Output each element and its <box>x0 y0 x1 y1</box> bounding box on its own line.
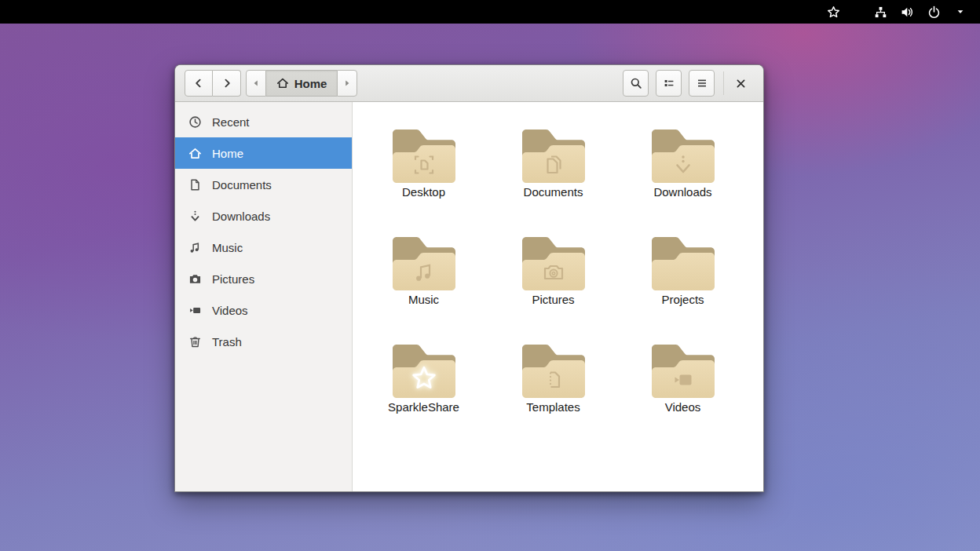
sidebar-item-documents[interactable]: Documents <box>175 169 352 200</box>
tan-folder-glyph <box>389 122 459 184</box>
folder-icon <box>519 337 588 400</box>
path-scroll-left-button[interactable] <box>246 70 266 97</box>
videos-icon <box>188 304 202 317</box>
volume-icon[interactable] <box>895 0 919 24</box>
tan-folder-glyph <box>649 229 718 292</box>
view-list-button[interactable] <box>656 70 682 97</box>
back-button[interactable] <box>185 70 213 97</box>
titlebar-actions <box>616 70 754 97</box>
forward-icon <box>221 77 233 89</box>
folder-label: Music <box>408 293 439 306</box>
sidebar-item-downloads[interactable]: Downloads <box>175 200 352 232</box>
volume-glyph <box>901 5 914 19</box>
triangle-left-icon <box>250 77 262 89</box>
sidebar-item-home[interactable]: Home <box>175 137 352 169</box>
sidebar-item-recent[interactable]: Recent <box>175 106 352 137</box>
tan-folder-glyph <box>519 337 588 400</box>
folder-pictures[interactable]: Pictures <box>488 229 618 337</box>
sidebar-item-label: Music <box>212 241 243 254</box>
folder-label: Templates <box>526 400 580 414</box>
tan-folder-glyph <box>649 337 718 400</box>
forward-button[interactable] <box>213 70 241 97</box>
folder-icon <box>389 122 459 184</box>
folder-icon <box>519 122 588 184</box>
close-button[interactable] <box>727 70 754 97</box>
sidebar-item-label: Videos <box>212 304 248 317</box>
menu-chevron-glyph <box>956 7 965 16</box>
downloads-icon <box>188 210 202 223</box>
folder-downloads[interactable]: Downloads <box>618 122 748 229</box>
sidebar-item-label: Documents <box>212 178 272 192</box>
pictures-icon <box>188 272 202 286</box>
places-sidebar: RecentHomeDocumentsDownloadsMusicPicture… <box>175 102 353 491</box>
menu-chevron-icon[interactable] <box>949 0 972 24</box>
menu-button[interactable] <box>689 70 715 97</box>
file-manager-window: Home RecentHomeDocumentsDownloadsMusicPi… <box>174 64 764 492</box>
favorites-star-glyph <box>827 5 840 19</box>
folder-label: SparkleShare <box>388 400 459 414</box>
close-icon <box>735 78 747 89</box>
sidebar-item-label: Home <box>212 147 243 160</box>
sidebar-item-label: Downloads <box>212 210 270 223</box>
tan-folder-glyph <box>519 122 588 184</box>
network-workgroup-glyph <box>874 5 887 19</box>
sidebar-item-label: Pictures <box>212 272 254 286</box>
path-scroll-right-button[interactable] <box>337 70 357 97</box>
folder-icon <box>389 229 459 292</box>
recent-icon <box>188 115 202 129</box>
home-icon <box>188 147 202 160</box>
tan-folder-glyph <box>389 229 459 292</box>
power-icon[interactable] <box>922 0 945 24</box>
folder-icon <box>649 122 718 184</box>
folder-projects[interactable]: Projects <box>618 229 748 337</box>
path-bar: Home <box>246 70 357 97</box>
folder-label: Projects <box>661 293 704 306</box>
search-button[interactable] <box>623 70 649 97</box>
search-icon <box>630 77 642 89</box>
titlebar-separator <box>723 71 724 95</box>
sidebar-item-pictures[interactable]: Pictures <box>175 263 352 294</box>
triangle-right-icon <box>341 77 353 89</box>
file-grid: DesktopDocumentsDownloadsMusicPicturesPr… <box>353 102 763 491</box>
sidebar-item-trash[interactable]: Trash <box>175 326 352 357</box>
folder-templates[interactable]: Templates <box>488 337 618 444</box>
sidebar-item-label: Recent <box>212 115 250 129</box>
folder-desktop[interactable]: Desktop <box>359 122 488 229</box>
folder-label: Pictures <box>532 293 574 306</box>
path-current-label: Home <box>294 77 327 90</box>
folder-icon <box>649 337 718 400</box>
trash-icon <box>188 335 202 348</box>
folder-music[interactable]: Music <box>359 229 488 337</box>
folder-sparkleshare[interactable]: SparkleShare <box>359 337 488 444</box>
view-list-icon <box>663 77 675 89</box>
path-home-button[interactable]: Home <box>266 70 337 97</box>
tan-folder-glyph <box>649 122 718 184</box>
folder-icon <box>519 229 588 292</box>
folder-icon <box>389 337 459 400</box>
window-body: RecentHomeDocumentsDownloadsMusicPicture… <box>175 102 763 491</box>
sidebar-item-music[interactable]: Music <box>175 232 352 263</box>
network-workgroup-icon[interactable] <box>868 0 892 24</box>
titlebar[interactable]: Home <box>175 65 763 102</box>
power-glyph <box>927 5 941 19</box>
folder-label: Documents <box>524 185 583 199</box>
system-top-bar <box>0 0 980 24</box>
folder-label: Downloads <box>653 185 711 199</box>
folder-icon <box>649 229 718 292</box>
menu-icon <box>696 77 708 89</box>
orange-folder-glyph <box>389 337 459 400</box>
folder-documents[interactable]: Documents <box>488 122 618 229</box>
folder-label: Videos <box>665 400 701 414</box>
back-icon <box>192 77 205 89</box>
tan-folder-glyph <box>519 229 588 292</box>
music-icon <box>188 241 202 254</box>
sidebar-item-videos[interactable]: Videos <box>175 294 352 326</box>
folder-videos[interactable]: Videos <box>618 337 748 444</box>
favorites-star-icon[interactable] <box>821 0 845 24</box>
home-icon <box>276 77 289 89</box>
folder-label: Desktop <box>402 185 445 199</box>
documents-icon <box>188 178 202 192</box>
history-nav <box>185 70 241 97</box>
sidebar-item-label: Trash <box>212 335 242 348</box>
